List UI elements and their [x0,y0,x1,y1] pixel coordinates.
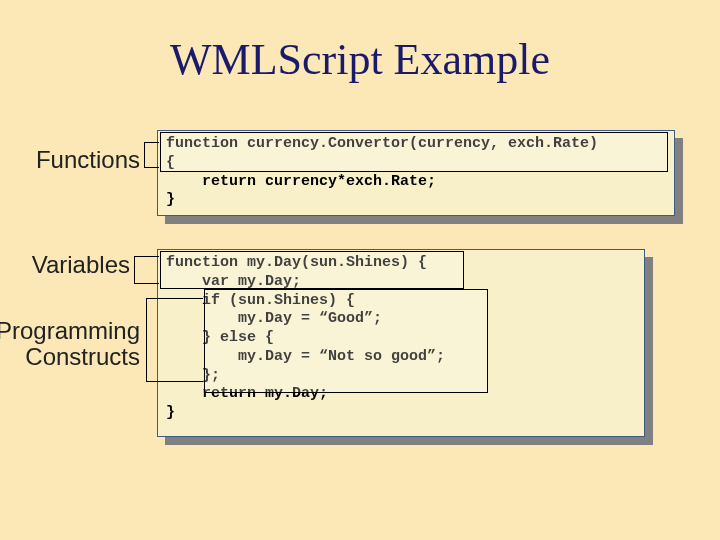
label-variables: Variables [0,251,130,279]
page-title: WMLScript Example [0,34,720,85]
slide: WMLScript Example Functions Variables Pr… [0,0,720,540]
bracket-functions [144,142,159,168]
label-functions: Functions [0,146,140,174]
bracket-constructs [146,298,203,382]
label-programming-constructs: ProgrammingConstructs [0,318,140,371]
bracket-variables [134,256,159,284]
code-panel-1: function currency.Convertor(currency, ex… [157,130,675,216]
code-panel-2: function my.Day(sun.Shines) { var my.Day… [157,249,645,437]
